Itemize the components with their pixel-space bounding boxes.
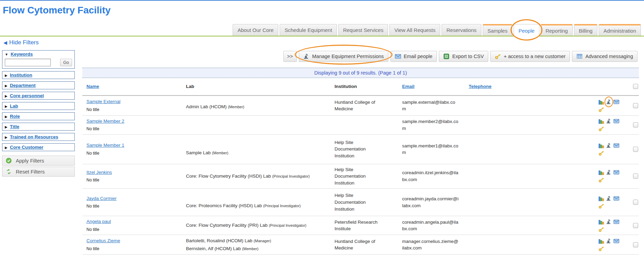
tab-schedule-equipment[interactable]: Schedule Equipment — [280, 24, 337, 36]
row-actions — [598, 169, 622, 183]
tab-administration[interactable]: Administration — [599, 24, 641, 36]
row-checkbox[interactable] — [633, 122, 638, 127]
tab-billing[interactable]: Billing — [574, 24, 597, 36]
access-key-icon[interactable] — [598, 126, 604, 132]
usage-chart-icon[interactable] — [598, 99, 604, 105]
filter-section-core-personnel[interactable]: ▶Core personnel — [2, 92, 75, 100]
keywords-input[interactable] — [5, 59, 51, 66]
table-row: Angela paul No title Core: Flow Cytometr… — [82, 216, 639, 235]
person-name-link[interactable]: Sample External — [86, 99, 120, 104]
sort-by-email-link[interactable]: Email — [402, 84, 414, 89]
person-title: No title — [86, 126, 181, 132]
filter-section-lab[interactable]: ▶Lab — [2, 102, 75, 110]
person-name-link[interactable]: Sample Member 2 — [86, 119, 124, 124]
usage-chart-icon[interactable] — [598, 118, 604, 124]
usage-chart-icon[interactable] — [598, 169, 604, 175]
tab-samples[interactable]: Samples — [483, 24, 512, 36]
access-key-icon[interactable] — [598, 226, 604, 232]
tab-people[interactable]: People — [514, 24, 539, 37]
equipment-permissions-icon[interactable] — [606, 118, 612, 124]
people-table: Name Lab Institution Email Telephone Sam… — [82, 79, 639, 255]
reset-filters-button[interactable]: Reset Filters — [2, 167, 75, 177]
access-key-icon[interactable] — [598, 107, 604, 112]
export-to-csv-button[interactable]: Export to CSV — [439, 51, 488, 62]
email-person-icon[interactable] — [613, 219, 619, 225]
person-name-link[interactable]: Jayda Cormier — [86, 196, 117, 201]
row-checkbox[interactable] — [633, 200, 638, 205]
tab-view-all-requests[interactable]: View All Requests — [389, 24, 440, 36]
table-row: Sample Member 1 No title Sample Lab (Mem… — [82, 135, 639, 164]
row-checkbox[interactable] — [633, 223, 638, 228]
row-checkbox[interactable] — [633, 103, 638, 108]
person-email: manager.cornelius.zieme@ilabx.com — [402, 238, 469, 252]
email-person-icon[interactable] — [613, 118, 619, 124]
equipment-permissions-icon[interactable] — [606, 195, 612, 201]
triangle-right-icon: ▶ — [5, 115, 8, 119]
advanced-messaging-button[interactable]: Advanced messaging — [572, 51, 637, 62]
email-person-icon[interactable] — [613, 169, 619, 175]
row-checkbox[interactable] — [633, 174, 638, 179]
people-toolbar: >> Manage Equipment Permissions Email pe… — [283, 51, 637, 62]
apply-filters-button[interactable]: Apply Filters — [2, 156, 75, 166]
person-email: coreadmin.angela.paul@ilabx.com — [402, 219, 469, 232]
email-person-icon[interactable] — [613, 99, 619, 105]
apply-check-icon — [6, 158, 12, 164]
person-name-link[interactable]: Itzel Jenkins — [86, 170, 112, 175]
filters-sidebar: ▼Keywords Go ▶Institution ▶Department ▶C… — [2, 50, 75, 177]
table-header-row: Name Lab Institution Email Telephone — [82, 79, 639, 96]
access-key-icon[interactable] — [598, 246, 604, 252]
tab-request-services[interactable]: Request Services — [338, 24, 388, 36]
equipment-permissions-icon[interactable] — [606, 99, 612, 105]
tab-reservations[interactable]: Reservations — [442, 24, 481, 36]
person-name-link[interactable]: Cornelius Zieme — [86, 238, 120, 243]
table-row: Itzel Jenkins No title Core: Flow Cytome… — [82, 164, 639, 189]
row-checkbox[interactable] — [633, 242, 638, 247]
keywords-go-button[interactable]: Go — [60, 59, 72, 66]
access-key-icon[interactable] — [598, 177, 604, 183]
usage-chart-icon[interactable] — [598, 238, 604, 244]
email-person-icon[interactable] — [613, 238, 619, 244]
usage-chart-icon[interactable] — [598, 219, 604, 225]
access-key-icon[interactable] — [598, 203, 604, 209]
email-person-icon[interactable] — [613, 195, 619, 201]
filter-section-role[interactable]: ▶Role — [2, 112, 75, 120]
email-person-icon[interactable] — [613, 143, 619, 148]
manage-equipment-permissions-button[interactable]: Manage Equipment Permissions — [299, 51, 388, 62]
person-institution: Huntland College of Medicine — [335, 99, 402, 112]
equipment-permissions-icon[interactable] — [606, 169, 612, 175]
sort-by-telephone-link[interactable]: Telephone — [469, 84, 492, 89]
more-actions-button[interactable]: >> — [283, 51, 297, 62]
equipment-permissions-icon[interactable] — [606, 238, 612, 244]
usage-chart-icon[interactable] — [598, 195, 604, 201]
filter-section-title[interactable]: ▶Title — [2, 123, 75, 131]
triangle-right-icon: ▶ — [5, 125, 8, 129]
access-key-icon[interactable] — [598, 150, 604, 156]
sort-by-name-link[interactable]: Name — [86, 84, 99, 89]
person-title: No title — [86, 203, 181, 209]
email-people-button[interactable]: Email people — [390, 51, 437, 62]
equipment-permissions-icon[interactable] — [606, 219, 612, 225]
person-name-link[interactable]: Angela paul — [86, 219, 111, 224]
person-institution: Huntland College of Medicine — [335, 238, 402, 252]
triangle-right-icon: ▶ — [5, 146, 8, 149]
filter-section-trained-on-resources[interactable]: ▶Trained on Resources — [2, 133, 75, 141]
filter-section-core-customer[interactable]: ▶Core Customer — [2, 143, 75, 151]
add-customer-access-button[interactable]: + access to a new customer — [490, 51, 570, 62]
filter-section-institution[interactable]: ▶Institution — [2, 71, 75, 79]
person-labs: Core: Flow Cytometry Facility (HSDI) Lab… — [186, 173, 335, 180]
tab-about-our-core[interactable]: About Our Core — [233, 24, 278, 36]
triangle-right-icon: ▶ — [5, 74, 8, 77]
hide-filters-link[interactable]: ◀Hide Filters — [3, 39, 39, 46]
usage-chart-icon[interactable] — [598, 143, 604, 148]
triangle-right-icon: ▶ — [5, 94, 8, 98]
institution-column-header: Institution — [335, 83, 402, 90]
tab-reporting[interactable]: Reporting — [541, 24, 573, 36]
top-accent-bar — [0, 0, 644, 1]
row-checkbox[interactable] — [633, 147, 638, 152]
equipment-permissions-icon[interactable] — [606, 143, 612, 148]
main-tab-bar: About Our Core Schedule Equipment Reques… — [233, 24, 641, 36]
filter-section-keywords[interactable]: ▼Keywords Go — [2, 50, 75, 69]
filter-section-department[interactable]: ▶Department — [2, 81, 75, 89]
person-name-link[interactable]: Sample Member 1 — [86, 143, 124, 148]
select-all-checkbox[interactable] — [633, 84, 638, 89]
